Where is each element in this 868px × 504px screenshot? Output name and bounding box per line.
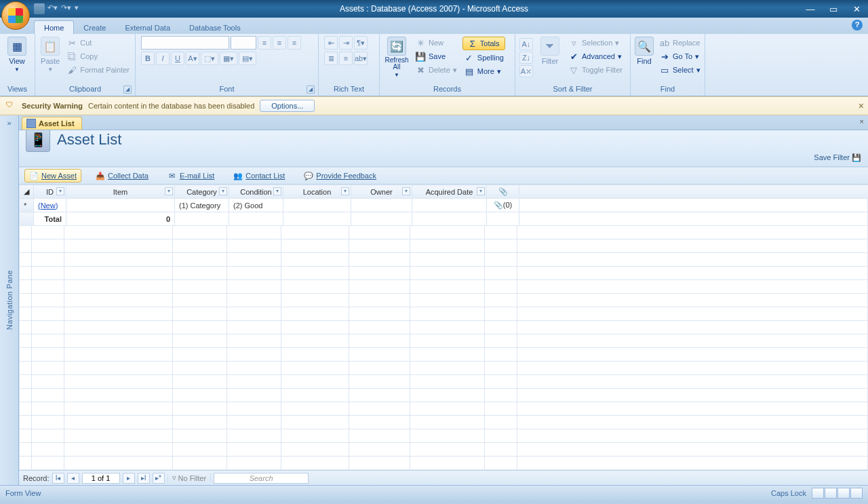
layout-view-button[interactable] bbox=[837, 488, 850, 499]
qat-save-icon[interactable] bbox=[34, 3, 45, 14]
navigation-pane[interactable]: » Navigation Pane bbox=[0, 115, 19, 485]
form-view-button[interactable] bbox=[812, 488, 824, 499]
office-button[interactable] bbox=[1, 1, 30, 30]
close-button[interactable]: ✕ bbox=[847, 3, 866, 15]
provide-feedback-button[interactable]: 💬Provide Feedback bbox=[299, 169, 381, 182]
contact-list-button[interactable]: 👥Contact List bbox=[229, 169, 290, 182]
ltr-button[interactable]: ¶▾ bbox=[354, 36, 368, 50]
prev-record-button[interactable]: ◂ bbox=[67, 473, 79, 484]
col-category-dropdown[interactable]: ▾ bbox=[219, 187, 227, 195]
clipboard-dialog-launcher[interactable]: ◢ bbox=[123, 85, 132, 94]
tab-database-tools[interactable]: Database Tools bbox=[180, 21, 250, 34]
expand-pane-icon[interactable]: » bbox=[7, 119, 11, 127]
row-selector-total[interactable] bbox=[20, 212, 34, 226]
font-name-combo[interactable] bbox=[141, 36, 229, 50]
goto-button[interactable]: ➔Go To ▾ bbox=[658, 50, 702, 62]
fill-color-button[interactable]: ⬚▾ bbox=[201, 52, 218, 65]
clear-sort-button[interactable]: A⤫ bbox=[519, 65, 533, 77]
font-color-button[interactable]: A▾ bbox=[186, 52, 199, 65]
doc-close-icon[interactable]: × bbox=[860, 117, 864, 125]
col-id-dropdown[interactable]: ▾ bbox=[56, 187, 64, 195]
cell-item[interactable] bbox=[66, 199, 175, 212]
more-button[interactable]: ▤More ▾ bbox=[462, 65, 505, 77]
align-center-button[interactable]: ≡ bbox=[273, 36, 286, 50]
col-owner-dropdown[interactable]: ▾ bbox=[402, 187, 410, 195]
sort-desc-button[interactable]: Z↓ bbox=[519, 52, 533, 64]
replace-button[interactable]: abReplace bbox=[658, 37, 702, 49]
format-painter-button[interactable]: 🖌Format Painter bbox=[65, 64, 131, 76]
numbering-button[interactable]: ≡ bbox=[339, 52, 353, 65]
cell-category[interactable]: (1) Category bbox=[175, 199, 229, 212]
col-condition[interactable]: Condition▾ bbox=[229, 185, 283, 199]
last-record-button[interactable]: ▸I bbox=[138, 473, 150, 484]
col-id[interactable]: ID▾ bbox=[34, 185, 66, 199]
bold-button[interactable]: B bbox=[141, 52, 155, 65]
col-location[interactable]: Location▾ bbox=[283, 185, 351, 199]
next-record-button[interactable]: ▸ bbox=[123, 473, 135, 484]
totals-button[interactable]: ΣTotals bbox=[462, 37, 505, 50]
col-acquired-dropdown[interactable]: ▾ bbox=[477, 187, 485, 195]
font-size-combo[interactable] bbox=[231, 36, 256, 50]
col-item[interactable]: Item▾ bbox=[66, 185, 175, 199]
options-button[interactable]: Options... bbox=[260, 100, 315, 112]
email-list-button[interactable]: ✉E-mail List bbox=[163, 169, 219, 182]
save-filter-icon[interactable]: 💾 bbox=[852, 153, 861, 161]
col-category[interactable]: Category▾ bbox=[175, 185, 229, 199]
select-all[interactable]: ◢ bbox=[20, 185, 34, 199]
maximize-button[interactable]: ▭ bbox=[824, 3, 843, 15]
advanced-button[interactable]: ✔Advanced ▾ bbox=[567, 50, 624, 62]
alt-row-button[interactable]: ▤▾ bbox=[239, 52, 256, 65]
help-icon[interactable]: ? bbox=[852, 20, 863, 31]
save-record-button[interactable]: 💾Save bbox=[414, 50, 458, 62]
selection-button[interactable]: ▿Selection ▾ bbox=[567, 37, 624, 49]
qat-redo-icon[interactable]: ↷▾ bbox=[61, 3, 72, 14]
cell-id[interactable]: (New) bbox=[34, 199, 66, 212]
tab-create[interactable]: Create bbox=[74, 21, 115, 34]
font-dialog-launcher[interactable]: ◢ bbox=[307, 85, 315, 94]
qat-customize-icon[interactable]: ▾ bbox=[75, 3, 85, 14]
align-left-button[interactable]: ≡ bbox=[258, 36, 271, 50]
doc-tab-asset-list[interactable]: Asset List bbox=[22, 117, 82, 130]
warning-close-icon[interactable]: × bbox=[859, 100, 864, 111]
sort-asc-button[interactable]: A↓ bbox=[519, 38, 533, 50]
view-button[interactable]: ▦View▼ bbox=[3, 35, 31, 74]
new-asset-button[interactable]: 📄New Asset bbox=[24, 169, 81, 182]
find-button[interactable]: 🔍Find bbox=[633, 35, 655, 66]
toggle-filter-button[interactable]: ▽Toggle Filter bbox=[567, 64, 624, 76]
minimize-button[interactable]: ― bbox=[801, 3, 820, 15]
col-item-dropdown[interactable]: ▾ bbox=[165, 187, 173, 195]
select-button[interactable]: ▭Select ▾ bbox=[658, 64, 702, 76]
bullets-button[interactable]: ≣ bbox=[324, 52, 338, 65]
collect-data-button[interactable]: 📥Collect Data bbox=[91, 169, 153, 182]
col-attachment[interactable]: 📎 bbox=[487, 185, 519, 199]
design-view-button[interactable] bbox=[850, 488, 863, 499]
cell-attachment[interactable]: 📎(0) bbox=[487, 199, 519, 212]
record-position[interactable] bbox=[82, 473, 120, 484]
filter-button[interactable]: ⏷Filter bbox=[536, 35, 564, 66]
col-location-dropdown[interactable]: ▾ bbox=[341, 187, 349, 195]
row-selector-new[interactable]: * bbox=[20, 199, 34, 212]
delete-record-button[interactable]: ✖Delete ▾ bbox=[414, 64, 458, 76]
cell-condition[interactable]: (2) Good bbox=[229, 199, 283, 212]
cell-location[interactable] bbox=[283, 199, 351, 212]
no-filter-indicator[interactable]: ▿No Filter bbox=[167, 473, 212, 482]
cell-acquired[interactable] bbox=[412, 199, 487, 212]
save-filter-link[interactable]: Save Filter bbox=[814, 153, 850, 161]
spelling-button[interactable]: ✓Spelling bbox=[462, 52, 505, 64]
col-acquired[interactable]: Acquired Date▾ bbox=[412, 185, 487, 199]
col-condition-dropdown[interactable]: ▾ bbox=[273, 187, 281, 195]
increase-indent-button[interactable]: ⇥ bbox=[339, 36, 353, 50]
highlight-button[interactable]: ab▾ bbox=[354, 52, 368, 65]
paste-button[interactable]: 📋Paste▼ bbox=[38, 35, 62, 74]
qat-undo-icon[interactable]: ↶▾ bbox=[47, 3, 58, 14]
refresh-all-button[interactable]: 🔄Refresh All▼ bbox=[382, 35, 411, 79]
underline-button[interactable]: U bbox=[171, 52, 184, 65]
decrease-indent-button[interactable]: ⇤ bbox=[324, 36, 338, 50]
copy-button[interactable]: ⿻Copy bbox=[65, 50, 131, 62]
cut-button[interactable]: ✂Cut bbox=[65, 37, 131, 49]
gridlines-button[interactable]: ▦▾ bbox=[220, 52, 237, 65]
col-owner[interactable]: Owner▾ bbox=[351, 185, 412, 199]
datasheet-view-button[interactable] bbox=[825, 488, 837, 499]
align-right-button[interactable]: ≡ bbox=[288, 36, 301, 50]
tab-home[interactable]: Home bbox=[34, 20, 74, 34]
